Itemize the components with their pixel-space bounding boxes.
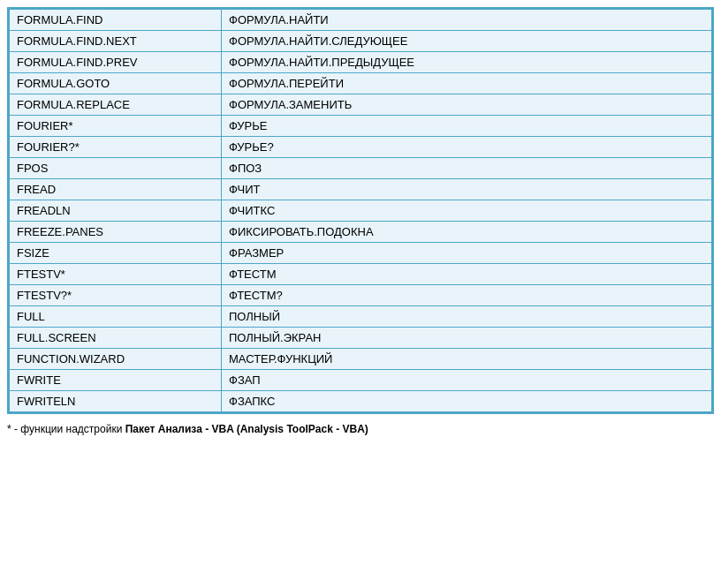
table-row: FUNCTION.WIZARDМАСТЕР.ФУНКЦИЙ bbox=[10, 349, 712, 370]
col1-cell: FREAD bbox=[10, 179, 222, 200]
col2-cell: МАСТЕР.ФУНКЦИЙ bbox=[222, 349, 712, 370]
col1-cell: FORMULA.FIND.PREV bbox=[10, 52, 222, 73]
col1-cell: FTESTV?* bbox=[10, 285, 222, 306]
table-row: FTESTV*ФТЕСТМ bbox=[10, 264, 712, 285]
col2-cell: ПОЛНЫЙ.ЭКРАН bbox=[222, 328, 712, 349]
table-row: FOURIER*ФУРЬЕ bbox=[10, 116, 712, 137]
col2-cell: ФОРМУЛА.НАЙТИ.ПРЕДЫДУЩЕЕ bbox=[222, 52, 712, 73]
col1-cell: FOURIER* bbox=[10, 116, 222, 137]
table-row: FORMULA.GOTOФОРМУЛА.ПЕРЕЙТИ bbox=[10, 73, 712, 94]
footnote-prefix: * - функции надстройки bbox=[7, 423, 125, 435]
table-row: FTESTV?*ФТЕСТМ? bbox=[10, 285, 712, 306]
col1-cell: FTESTV* bbox=[10, 264, 222, 285]
table-row: FREADLNФЧИТКС bbox=[10, 200, 712, 222]
table-row: FWRITELNФЗАПКС bbox=[10, 391, 712, 412]
table-row: FOURIER?*ФУРЬЕ? bbox=[10, 137, 712, 158]
col2-cell: ФУРЬЕ bbox=[222, 116, 712, 137]
col2-cell: ФТЕСТМ bbox=[222, 264, 712, 285]
col1-cell: FWRITELN bbox=[10, 391, 222, 412]
col1-cell: FORMULA.GOTO bbox=[10, 73, 222, 94]
col2-cell: ФЧИТ bbox=[222, 179, 712, 200]
col1-cell: FREADLN bbox=[10, 200, 222, 222]
table-row: FORMULA.FIND.PREVФОРМУЛА.НАЙТИ.ПРЕДЫДУЩЕ… bbox=[10, 52, 712, 73]
col1-cell: FUNCTION.WIZARD bbox=[10, 349, 222, 370]
table-row: FULL.SCREENПОЛНЫЙ.ЭКРАН bbox=[10, 328, 712, 349]
col2-cell: ФОРМУЛА.НАЙТИ.СЛЕДУЮЩЕЕ bbox=[222, 31, 712, 52]
col1-cell: FPOS bbox=[10, 158, 222, 179]
col1-cell: FULL bbox=[10, 306, 222, 328]
col1-cell: FORMULA.FIND bbox=[10, 10, 222, 31]
table-row: FSIZEФРАЗМЕР bbox=[10, 243, 712, 264]
table-row: FREEZE.PANESФИКСИРОВАТЬ.ПОДОКНА bbox=[10, 222, 712, 243]
col2-cell: ФЗАП bbox=[222, 370, 712, 391]
table-row: FORMULA.FINDФОРМУЛА.НАЙТИ bbox=[10, 10, 712, 31]
col1-cell: FORMULA.REPLACE bbox=[10, 94, 222, 116]
table-row: FREADФЧИТ bbox=[10, 179, 712, 200]
main-table-container: FORMULA.FINDФОРМУЛА.НАЙТИFORMULA.FIND.NE… bbox=[7, 7, 714, 414]
col2-cell: ФРАЗМЕР bbox=[222, 243, 712, 264]
col2-cell: ФУРЬЕ? bbox=[222, 137, 712, 158]
table-row: FULLПОЛНЫЙ bbox=[10, 306, 712, 328]
col2-cell: ФЗАПКС bbox=[222, 391, 712, 412]
col2-cell: ПОЛНЫЙ bbox=[222, 306, 712, 328]
col1-cell: FOURIER?* bbox=[10, 137, 222, 158]
col1-cell: FWRITE bbox=[10, 370, 222, 391]
footnote: * - функции надстройки Пакет Анализа - V… bbox=[7, 423, 714, 435]
functions-table: FORMULA.FINDФОРМУЛА.НАЙТИFORMULA.FIND.NE… bbox=[9, 9, 712, 412]
col2-cell: ФПОЗ bbox=[222, 158, 712, 179]
col2-cell: ФОРМУЛА.ПЕРЕЙТИ bbox=[222, 73, 712, 94]
col2-cell: ФТЕСТМ? bbox=[222, 285, 712, 306]
col1-cell: FREEZE.PANES bbox=[10, 222, 222, 243]
table-row: FORMULA.REPLACEФОРМУЛА.ЗАМЕНИТЬ bbox=[10, 94, 712, 116]
col1-cell: FORMULA.FIND.NEXT bbox=[10, 31, 222, 52]
col2-cell: ФОРМУЛА.ЗАМЕНИТЬ bbox=[222, 94, 712, 116]
col1-cell: FSIZE bbox=[10, 243, 222, 264]
table-row: FORMULA.FIND.NEXTФОРМУЛА.НАЙТИ.СЛЕДУЮЩЕЕ bbox=[10, 31, 712, 52]
table-row: FWRITEФЗАП bbox=[10, 370, 712, 391]
col2-cell: ФОРМУЛА.НАЙТИ bbox=[222, 10, 712, 31]
table-row: FPOSФПОЗ bbox=[10, 158, 712, 179]
col1-cell: FULL.SCREEN bbox=[10, 328, 222, 349]
col2-cell: ФЧИТКС bbox=[222, 200, 712, 222]
footnote-bold: Пакет Анализа - VBA (Analysis ToolPack -… bbox=[125, 423, 368, 435]
col2-cell: ФИКСИРОВАТЬ.ПОДОКНА bbox=[222, 222, 712, 243]
